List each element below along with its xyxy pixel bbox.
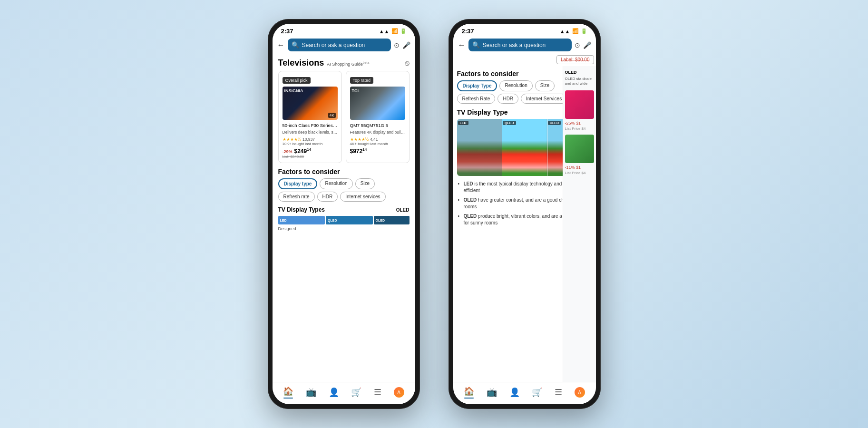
card-badge-1: Overall pick	[283, 77, 311, 84]
nav-tv-1[interactable]: 📺	[306, 387, 316, 398]
product-card-1[interactable]: Overall pick INSIGNIA 4K 50-inch Class F…	[278, 71, 342, 163]
nav-menu-1[interactable]: ☰	[374, 387, 381, 398]
page-title-left-1: Televisions AI Shopping Guidebeta	[278, 58, 370, 68]
card-desc-1: Delivers deep black levels, smooth motio…	[283, 130, 338, 135]
card-purchases-1: 10K+ bought last month	[283, 142, 338, 146]
led-label: LED	[458, 121, 468, 125]
search-bar-1: ← 🔍 Search or ask a question ⊙ 🎤	[273, 37, 415, 54]
status-icons-2: ▲▲ 📶 🔋	[560, 28, 587, 34]
card-reviews-2: 4,41	[370, 137, 378, 142]
nav-tv-2[interactable]: 📺	[487, 387, 497, 398]
share-icon-1[interactable]: ⎋	[405, 59, 410, 68]
pill-resolution-1[interactable]: Resolution	[320, 178, 352, 189]
card-purchases-2: 4K+ bought last month	[350, 142, 405, 146]
search-right-icons-1: ⊙ 🎤	[394, 41, 410, 49]
product-cards-1: Overall pick INSIGNIA 4K 50-inch Class F…	[278, 71, 410, 163]
signal-icon-2: ▲▲	[560, 29, 570, 34]
search-placeholder-1: Search or ask a question	[302, 42, 387, 49]
card-stars-1: ★★★★½	[283, 137, 302, 142]
search-box-2[interactable]: 🔍 Search or ask a question	[468, 39, 572, 51]
search-placeholder-2: Search or ask a question	[483, 42, 568, 49]
pill-refresh-2[interactable]: Refresh Rate	[457, 94, 496, 104]
pill-hdr-2[interactable]: HDR	[497, 94, 518, 104]
search-box-1[interactable]: 🔍 Search or ask a question	[288, 39, 391, 51]
factors-title-1: Factors to consider	[278, 168, 410, 175]
right-price-2: -11% $1	[565, 165, 594, 170]
search-bar-2: ← 🔍 Search or ask a question ⊙ 🎤	[453, 37, 596, 54]
wifi-icon: 📶	[391, 28, 398, 34]
card-name-1: 50-inch Class F30 Series LED 4K...	[283, 123, 338, 128]
nav-account-1[interactable]: 👤	[329, 387, 339, 398]
tv-display-section-1: TV Display Types OLED LED QLED OLED Desi…	[278, 206, 410, 231]
pill-internet-2[interactable]: Internet Services	[521, 94, 567, 104]
pill-refresh-1[interactable]: Refresh rate	[278, 192, 315, 202]
search-right-icons-2: ⊙ 🎤	[575, 41, 591, 49]
factors-pills-1: Display type Resolution Size Refresh rat…	[278, 178, 410, 202]
card-reviews-1: 10,937	[302, 137, 315, 142]
tv-display-side-1: OLED	[396, 207, 410, 213]
nav-cart-2[interactable]: 🛒	[532, 387, 542, 398]
page-title-main-1: Televisions	[278, 58, 324, 68]
bar-qled-1: QLED	[326, 216, 373, 224]
camera-icon-1[interactable]: ⊙	[394, 41, 400, 49]
mic-icon-1[interactable]: 🎤	[402, 41, 410, 49]
status-bar-1: 2:37 ▲▲ 📶 🔋	[273, 24, 415, 37]
status-time-1: 2:37	[281, 28, 293, 35]
pill-internet-1[interactable]: Internet services	[340, 192, 385, 202]
pill-size-2[interactable]: Size	[535, 80, 555, 91]
brand-label-2: TCL	[352, 88, 361, 93]
signal-icon: ▲▲	[379, 29, 390, 34]
card-price-row-1: -29% $24914	[283, 147, 338, 155]
label-price-bar: Label: $00.00	[453, 54, 596, 66]
back-button-1[interactable]: ←	[277, 41, 285, 49]
nav-cart-1[interactable]: 🛒	[351, 387, 361, 398]
nav-menu-2[interactable]: ☰	[555, 387, 562, 398]
right-panel-img-1	[565, 90, 594, 119]
card-name-2: QM7 55QM751G 5	[350, 123, 405, 128]
bar-led-1: LED	[278, 216, 325, 224]
price-main-2: $97214	[350, 147, 367, 155]
label-price: Label: $00.00	[556, 55, 594, 64]
brand-label-1: INSIGNIA	[284, 88, 303, 93]
mic-icon-2[interactable]: 🎤	[583, 41, 591, 49]
card-img-1: INSIGNIA 4K	[283, 87, 338, 120]
card-badge-2: Top rated	[350, 77, 374, 84]
pill-display-type-1[interactable]: Display type	[278, 178, 318, 189]
product-card-2[interactable]: Top rated TCL QM7 55QM751G 5 Features 4K…	[346, 71, 410, 163]
nav-avatar-1[interactable]: A	[394, 387, 404, 398]
oled-label: OLED	[548, 121, 561, 125]
price-list-1: List: $340.00	[283, 155, 338, 159]
wifi-icon-2: 📶	[572, 28, 579, 34]
page-title-row-1: Televisions AI Shopping Guidebeta ⎋	[278, 54, 410, 71]
right-price-1: -25% $1	[565, 121, 594, 126]
page-title-sub-1: AI Shopping Guidebeta	[327, 61, 369, 67]
nav-avatar-2[interactable]: A	[575, 387, 585, 398]
tv-display-title-1: TV Display Types	[278, 206, 325, 213]
pill-display-type-2[interactable]: Display Type	[457, 80, 497, 91]
nav-home-2[interactable]: 🏠	[464, 386, 474, 399]
nav-account-2[interactable]: 👤	[509, 387, 520, 398]
phone-2: 2:37 ▲▲ 📶 🔋 ← 🔍 Search or ask a question…	[449, 19, 601, 409]
back-button-2[interactable]: ←	[458, 41, 466, 49]
right-panel-desc: OLED sta diode and and wide	[565, 77, 594, 87]
tv-display-subtext-1: Designed	[278, 226, 410, 231]
right-list-2: List Price $4	[565, 171, 594, 175]
status-bar-2: 2:37 ▲▲ 📶 🔋	[453, 24, 596, 37]
pill-hdr-1[interactable]: HDR	[317, 192, 338, 202]
bar-oled-1: OLED	[374, 216, 410, 224]
nav-home-1[interactable]: 🏠	[283, 386, 293, 399]
search-icon-2: 🔍	[472, 41, 480, 49]
price-discount-1: -29%	[283, 149, 293, 154]
card-price-row-2: $97214	[350, 147, 405, 155]
phone-1: 2:37 ▲▲ 📶 🔋 ← 🔍 Search or ask a question…	[268, 19, 420, 409]
card-desc-2: Features 4K display and built-in smart	[350, 130, 405, 135]
search-icon-1: 🔍	[292, 41, 299, 49]
pill-resolution-2[interactable]: Resolution	[499, 80, 532, 91]
battery-icon: 🔋	[400, 28, 407, 34]
camera-icon-2[interactable]: ⊙	[575, 41, 580, 49]
content-with-right-2: Factors to consider Display Type Resolut…	[453, 66, 596, 382]
pill-size-1[interactable]: Size	[355, 178, 375, 189]
card-img-2: TCL	[350, 87, 405, 120]
right-panel-2: OLED OLED sta diode and and wide -25% $1…	[563, 66, 596, 382]
card-stars-2: ★★★★½	[350, 137, 369, 142]
